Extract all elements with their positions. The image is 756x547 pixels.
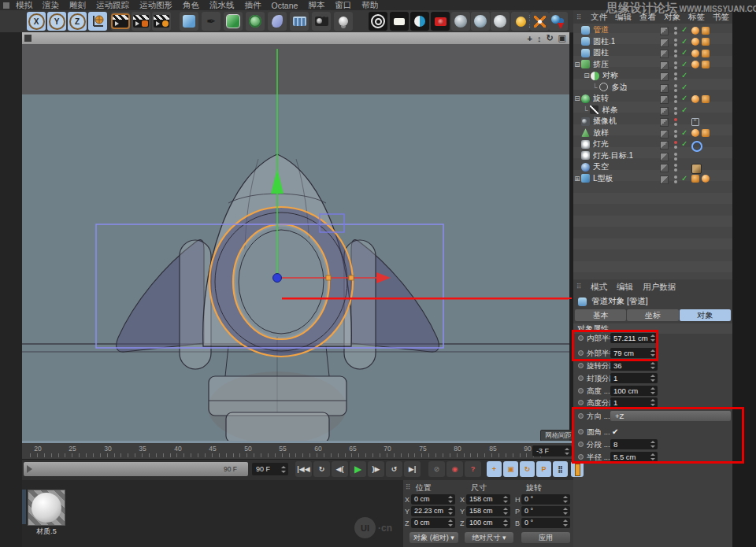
timeline-range-slider[interactable]: 90 F <box>24 462 248 476</box>
spinner-icon[interactable] <box>503 496 509 503</box>
octane-emitter-button[interactable] <box>530 12 549 31</box>
visibility-dots-icon[interactable] <box>674 61 677 65</box>
phong-tag-icon[interactable] <box>702 61 710 68</box>
spinner-icon[interactable] <box>650 441 656 448</box>
phong-tag-icon[interactable] <box>702 27 710 35</box>
object-row-cylinder1[interactable]: 圆柱.1 ✓ <box>573 36 732 48</box>
animation-dot-icon[interactable] <box>578 454 584 460</box>
render-view-button[interactable] <box>111 12 130 31</box>
viewport-menu-icon[interactable] <box>24 35 32 42</box>
visibility-dots-icon[interactable] <box>674 176 677 179</box>
layer-icon[interactable] <box>660 95 669 104</box>
record-disabled-button[interactable]: ⊘ <box>428 461 445 477</box>
menu-motion-tracker[interactable]: 运动跟踪 <box>96 0 129 11</box>
material-tag-icon[interactable] <box>691 38 699 46</box>
spinner-icon[interactable] <box>650 334 656 342</box>
primitive-cube-button[interactable] <box>180 12 198 31</box>
object-row-extrude[interactable]: ⊟ 挤压 ✓ <box>573 59 732 71</box>
layer-icon[interactable] <box>660 107 669 116</box>
object-row-tube[interactable]: 管道 ✓ <box>573 24 732 36</box>
panel-grip-icon[interactable]: ⠿ <box>576 283 581 290</box>
rotation-b-field[interactable]: 0 ° <box>521 518 570 528</box>
viewport-maximize-icon[interactable]: ▣ <box>558 33 566 43</box>
visibility-dots-icon[interactable] <box>674 130 677 133</box>
field-object-button[interactable] <box>268 12 287 31</box>
collapse-icon[interactable]: ⊟ <box>583 72 591 79</box>
lock-y-axis-button[interactable]: Y <box>47 12 66 31</box>
render-settings-button[interactable] <box>152 12 171 31</box>
cap-segments-field[interactable]: 1 <box>610 373 658 383</box>
phong-tag-icon[interactable] <box>691 175 699 183</box>
enabled-check-icon[interactable]: ✓ <box>681 105 687 116</box>
object-row-lboard[interactable]: ⊞ L型板 ✓ <box>573 173 732 185</box>
visibility-dots-icon[interactable] <box>674 84 677 87</box>
material-tag-icon[interactable] <box>691 95 699 103</box>
layer-icon[interactable] <box>660 39 669 47</box>
animation-dot-icon[interactable] <box>578 350 584 356</box>
record-rotation-button[interactable]: ↻ <box>520 461 535 477</box>
floor-object-button[interactable] <box>290 12 309 31</box>
panel-grip-icon[interactable]: ⠿ <box>576 13 581 21</box>
previous-frame-button[interactable]: ◀( <box>332 461 348 477</box>
size-z-field[interactable]: 100 cm <box>466 518 510 528</box>
menu-pipeline[interactable]: 流水线 <box>209 0 235 11</box>
visibility-dots-icon[interactable] <box>674 95 677 98</box>
object-row-loft[interactable]: 放样 ✓ <box>573 128 732 139</box>
panel-grip-icon[interactable]: ⠿ <box>406 483 410 491</box>
rotation-segments-field[interactable]: 36 <box>610 360 658 371</box>
am-menu-edit[interactable]: 编辑 <box>617 282 633 293</box>
material-thumb-partial[interactable] <box>22 490 26 524</box>
animation-dot-icon[interactable] <box>578 442 584 447</box>
autokey-button[interactable]: ◉ <box>447 461 463 477</box>
phong-tag-icon[interactable] <box>702 38 710 46</box>
animation-dot-icon[interactable] <box>578 400 584 405</box>
end-frame-field[interactable]: 90 F <box>252 463 288 475</box>
octane-scatter-button[interactable] <box>549 12 568 31</box>
enabled-check-icon[interactable]: ✓ <box>681 82 687 94</box>
spinner-icon[interactable] <box>448 519 454 527</box>
visibility-dots-icon[interactable] <box>674 39 677 42</box>
spinner-icon[interactable] <box>650 375 656 382</box>
position-z-field[interactable]: 0 cm <box>411 518 455 528</box>
visibility-dots-icon[interactable] <box>674 27 677 30</box>
om-menu-tags[interactable]: 标签 <box>688 12 705 23</box>
play-button[interactable]: ▶ <box>350 461 366 477</box>
om-menu-view[interactable]: 查看 <box>639 12 656 23</box>
enabled-check-icon[interactable]: ✓ <box>681 173 687 185</box>
animation-dot-icon[interactable] <box>578 429 584 434</box>
am-menu-mode[interactable]: 模式 <box>591 282 607 293</box>
layer-icon[interactable] <box>660 50 669 58</box>
viewport-pan-icon[interactable]: + <box>527 34 532 43</box>
menu-plugins[interactable]: 插件 <box>245 0 261 11</box>
record-pla-button[interactable]: ⣿ <box>553 461 568 477</box>
enabled-check-icon[interactable]: ✓ <box>681 139 687 150</box>
fillet-radius-field[interactable]: 5.5 cm <box>610 452 658 462</box>
record-parameter-button[interactable]: P <box>536 461 551 477</box>
am-menu-userdata[interactable]: 用户数据 <box>643 282 676 293</box>
coordinate-mode-dropdown[interactable]: 对象 (相对) ▾ <box>410 532 458 543</box>
animation-dot-icon[interactable] <box>578 413 584 419</box>
viewport-zoom-icon[interactable]: ↕ <box>537 34 542 43</box>
menu-simulate[interactable]: 模拟 <box>16 0 32 11</box>
layer-icon[interactable] <box>660 72 669 81</box>
animation-dot-icon[interactable] <box>578 335 584 341</box>
object-row-polygon[interactable]: └ 多边 ✓ <box>573 82 751 94</box>
keyframe-help-button[interactable]: ? <box>465 461 481 477</box>
visibility-dots-icon[interactable] <box>674 107 677 110</box>
material-tag-icon[interactable] <box>691 27 699 35</box>
position-x-field[interactable]: 0 cm <box>411 494 455 504</box>
apply-button[interactable]: 应用 <box>521 532 570 543</box>
timeline-ruler[interactable]: 20 25 30 35 40 45 50 55 60 65 70 75 80 8… <box>22 443 573 459</box>
height-segments-field[interactable]: 1 <box>610 397 658 408</box>
material-name-label[interactable]: 材质.5 <box>28 527 65 537</box>
viewport-canvas[interactable] <box>22 44 569 441</box>
spinner-icon[interactable] <box>650 399 656 406</box>
enabled-check-icon[interactable]: ✓ <box>681 47 687 59</box>
coordinate-system-button[interactable] <box>88 12 107 31</box>
ruler-frame-spinner[interactable]: -3 F <box>532 445 572 456</box>
tab-object[interactable]: 对象 <box>680 309 731 321</box>
om-menu-file[interactable]: 文件 <box>591 12 607 23</box>
radius-handle-2[interactable] <box>349 275 354 280</box>
object-row-camera[interactable]: 摄像机 <box>573 116 732 128</box>
object-origin-point[interactable] <box>273 274 282 283</box>
